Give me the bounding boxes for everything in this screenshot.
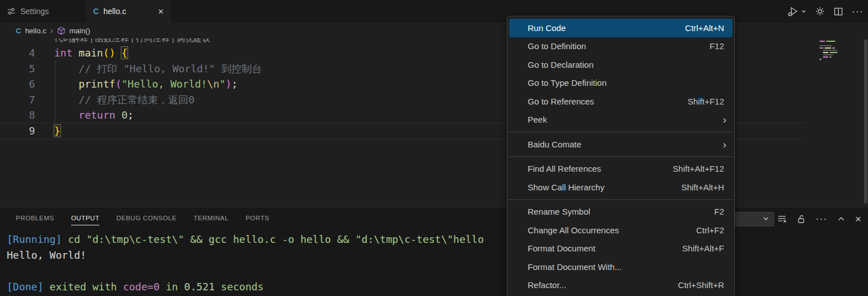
panel-tab-bar: PROBLEMSOUTPUTDEBUG CONSOLETERMINALPORTS	[16, 211, 269, 225]
code-line-9[interactable]: }	[54, 123, 60, 139]
menu-separator	[508, 156, 734, 157]
code-token: Hello, World!	[7, 249, 86, 261]
panel-tab-terminal[interactable]: TERMINAL	[194, 211, 229, 225]
menu-item-peek[interactable]: Peek›	[509, 111, 733, 129]
code-token: cd "d:\tmp\c-test\" && gcc hello.c -o he…	[68, 233, 484, 245]
code-token: code=0	[123, 281, 160, 293]
more-actions-icon[interactable]: ···	[816, 213, 827, 225]
menu-item-label: Rename Symbol	[528, 207, 714, 216]
code-line-6[interactable]: printf("Hello, World!\n");	[54, 76, 238, 92]
split-editor-icon[interactable]	[834, 7, 843, 16]
code-token: \n	[207, 78, 220, 90]
code-token: ;	[231, 78, 238, 90]
menu-item-rename-symbol[interactable]: Rename SymbolF2	[509, 203, 733, 221]
menu-item-label: Find All References	[528, 164, 673, 173]
menu-item-keybinding: Shift+Alt+F	[682, 243, 724, 253]
menu-item-baidu-comate[interactable]: Baidu Comate›	[509, 135, 733, 154]
code-token: "Hello, World!	[121, 78, 207, 90]
code-editor[interactable]: 代码解释 | 函数注释 | 行间注释 | 调优建议 456789 int mai…	[0, 38, 868, 207]
code-token: // 打印 "Hello, World!" 到控制台	[78, 63, 262, 75]
chevron-up-icon[interactable]	[837, 215, 845, 223]
tab-settings[interactable]: Settings	[0, 0, 86, 23]
menu-item-label: Go to Type Definition	[528, 78, 724, 88]
minimap-segment	[823, 54, 833, 55]
minimap-segment	[823, 52, 828, 53]
panel-tab-ports[interactable]: PORTS	[246, 211, 269, 225]
clear-output-icon[interactable]	[777, 214, 787, 224]
tab-hello-c[interactable]: C hello.c ×	[86, 0, 171, 23]
code-line-4[interactable]: int main() {	[54, 45, 128, 61]
menu-item-label: Format Document	[528, 243, 682, 253]
editor-scrollbar[interactable]	[864, 40, 867, 203]
symbol-cube-icon	[57, 27, 65, 35]
line-number: 4	[0, 45, 35, 61]
code-token	[73, 47, 79, 59]
code-token: return	[78, 109, 115, 121]
close-tab-icon[interactable]: ×	[158, 7, 164, 16]
minimap-segment	[823, 56, 828, 58]
code-token: in	[160, 281, 184, 293]
submenu-arrow-icon: ›	[723, 114, 726, 125]
editor-tab-bar: Settings C hello.c ×	[0, 0, 868, 23]
close-icon[interactable]: ×	[855, 214, 861, 224]
code-token: 0.521	[184, 281, 214, 293]
panel-tab-debug-console[interactable]: DEBUG CONSOLE	[116, 211, 177, 225]
menu-item-keybinding: Shift+F12	[687, 97, 724, 106]
minimap-segment	[823, 50, 838, 51]
more-actions-icon[interactable]: ···	[852, 6, 863, 18]
menu-item-keybinding: Shift+Alt+F12	[673, 164, 724, 173]
menu-item-label: Show Call Hierarchy	[528, 182, 681, 192]
breadcrumb-file[interactable]: hello.c	[25, 27, 46, 35]
line-number: 6	[0, 76, 35, 92]
menu-item-go-to-declaration[interactable]: Go to Declaration	[509, 55, 733, 74]
submenu-arrow-icon: ›	[723, 139, 726, 150]
unlock-icon[interactable]	[796, 214, 806, 224]
menu-item-find-all-references[interactable]: Find All ReferencesShift+Alt+F12	[509, 160, 733, 179]
vscode-window: Settings C hello.c ×	[0, 0, 868, 296]
menu-item-change-all-occurrences[interactable]: Change All OccurrencesCtrl+F2	[509, 221, 733, 240]
minimap-segment	[832, 47, 835, 49]
code-line-5[interactable]: // 打印 "Hello, World!" 到控制台	[54, 61, 262, 77]
code-token: (	[115, 78, 121, 90]
menu-item-label: Run Code	[528, 23, 685, 33]
code-token	[54, 78, 78, 90]
codelens-actions[interactable]: 代码解释 | 函数注释 | 行间注释 | 调优建议	[54, 38, 211, 44]
code-token: {	[121, 47, 128, 59]
minimap-row	[819, 45, 862, 46]
minimap-segment	[825, 47, 831, 49]
menu-item-show-call-hierarchy[interactable]: Show Call HierarchyShift+Alt+H	[509, 178, 733, 197]
menu-item-keybinding: F12	[709, 41, 724, 51]
code-line-8[interactable]: return 0;	[54, 107, 134, 123]
menu-item-keybinding: Ctrl+Shift+R	[678, 280, 724, 290]
minimap-row	[819, 52, 862, 53]
minimap[interactable]	[819, 41, 862, 61]
code-token: [Done]	[7, 281, 50, 293]
run-or-debug-button[interactable]	[787, 5, 806, 18]
menu-item-go-to-references[interactable]: Go to ReferencesShift+F12	[509, 92, 733, 111]
output-line-1: [Running] cd "d:\tmp\c-test\" && gcc hel…	[7, 232, 484, 247]
bottom-panel: PROBLEMSOUTPUTDEBUG CONSOLETERMINALPORTS…	[0, 207, 868, 296]
gear-icon[interactable]	[815, 6, 825, 16]
chevron-down-icon	[801, 8, 806, 14]
menu-item-go-to-definition[interactable]: Go to DefinitionF12	[509, 37, 733, 56]
menu-item-go-to-type-definition[interactable]: Go to Type Definition	[509, 74, 733, 93]
menu-item-keybinding: Ctrl+Alt+N	[685, 23, 724, 33]
menu-item-run-code[interactable]: Run CodeCtrl+Alt+N	[509, 19, 733, 37]
line-number: 9	[0, 123, 35, 139]
menu-item-label: Peek	[528, 115, 723, 124]
code-token: }	[54, 125, 60, 137]
code-token: exited with	[50, 281, 123, 293]
menu-item-format-document[interactable]: Format DocumentShift+Alt+F	[509, 240, 733, 258]
menu-item-label: Go to Declaration	[528, 60, 724, 69]
minimap-row	[819, 43, 862, 44]
menu-item-format-document-with[interactable]: Format Document With...	[509, 258, 733, 276]
code-line-7[interactable]: // 程序正常结束，返回0	[54, 92, 195, 108]
tab-settings-label: Settings	[20, 7, 49, 16]
breadcrumb-symbol[interactable]: main()	[69, 27, 90, 35]
code-token	[115, 109, 121, 121]
code-token	[54, 94, 78, 106]
panel-tab-output[interactable]: OUTPUT	[71, 211, 99, 225]
menu-item-refactor[interactable]: Refactor...Ctrl+Shift+R	[509, 276, 733, 295]
code-token: )	[225, 78, 231, 90]
panel-tab-problems[interactable]: PROBLEMS	[16, 211, 54, 225]
